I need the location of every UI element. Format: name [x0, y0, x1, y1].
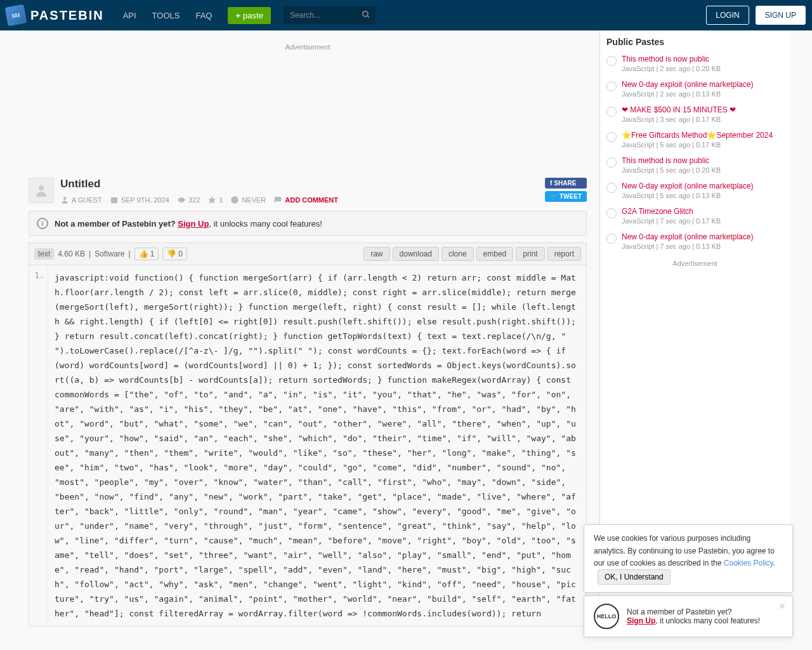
- line-number: 1.: [29, 265, 48, 626]
- public-paste-meta: JavaScript | 2 sec ago | 0.13 KB: [622, 90, 753, 98]
- raw-button[interactable]: raw: [363, 247, 390, 261]
- public-paste-item: ⭐Free Giftcards Method⭐September 2024 Ja…: [606, 131, 783, 149]
- share-button[interactable]: f SHARE: [545, 178, 587, 189]
- nav: API TOOLS FAQ: [123, 11, 213, 20]
- svg-line-1: [367, 16, 369, 18]
- svg-marker-7: [208, 196, 216, 204]
- public-paste-link[interactable]: ❤ MAKE $500 IN 15 MINUTES ❤: [622, 105, 736, 114]
- globe-icon: [606, 234, 617, 244]
- paste-title: Untitled: [60, 178, 539, 190]
- expires: NEVER: [242, 196, 266, 204]
- public-paste-link[interactable]: ⭐Free Giftcards Method⭐September 2024: [622, 131, 773, 140]
- member-suffix: , it unlocks many cool features!: [655, 616, 760, 625]
- paste-header: Untitled A GUEST SEP 9TH, 2024 322: [29, 178, 587, 204]
- language-tag[interactable]: text: [34, 248, 54, 260]
- svg-point-3: [63, 197, 67, 200]
- clone-button[interactable]: clone: [442, 247, 474, 261]
- sidebar-title: Public Pastes: [606, 37, 783, 47]
- rating-meta: 1: [207, 196, 223, 204]
- public-paste-item: ❤ MAKE $500 IN 15 MINUTES ❤ JavaScript |…: [606, 105, 783, 123]
- hello-icon: HELLO: [594, 604, 619, 629]
- comment-icon: [273, 196, 282, 204]
- globe-icon: [606, 56, 617, 66]
- search-icon[interactable]: [362, 10, 370, 21]
- cookie-policy-link[interactable]: Cookies Policy: [724, 559, 773, 567]
- member-signup-link[interactable]: Sign Up: [627, 616, 655, 625]
- public-paste-item: New 0-day exploit (online marketplace) J…: [606, 80, 783, 98]
- logo[interactable]: 101 PASTEBIN: [6, 6, 104, 25]
- star-icon: [207, 196, 216, 204]
- code-toolbar: text 4.60 KB | Software | 👍 1 👎 0 raw do…: [29, 242, 587, 265]
- info-icon: i: [37, 218, 48, 229]
- close-icon[interactable]: ✕: [778, 601, 786, 611]
- public-paste-meta: JavaScript | 5 sec ago | 0.13 KB: [622, 192, 753, 199]
- svg-point-0: [363, 11, 368, 17]
- member-banner: ✕ HELLO Not a member of Pastebin yet? Si…: [584, 595, 793, 633]
- nav-api[interactable]: API: [123, 11, 136, 20]
- public-paste-item: New 0-day exploit (online marketplace) J…: [606, 182, 783, 199]
- print-button[interactable]: print: [516, 247, 544, 261]
- user-icon: [60, 196, 69, 204]
- notice-suffix: , it unlocks many cool features!: [209, 219, 322, 229]
- share-label: SHARE: [554, 180, 576, 187]
- ad-top: Advertisement: [29, 37, 587, 178]
- embed-button[interactable]: embed: [476, 247, 514, 261]
- public-paste-item: G2A Timezone Glitch JavaScript | 7 sec a…: [606, 207, 783, 225]
- thumbs-up-icon: 👍: [139, 249, 148, 258]
- tweet-button[interactable]: 🐦 TWEET: [545, 191, 587, 202]
- downvote-count: 0: [178, 249, 183, 258]
- public-paste-meta: JavaScript | 7 sec ago | 0.13 KB: [622, 242, 753, 250]
- public-paste-meta: JavaScript | 2 sec ago | 0.20 KB: [622, 65, 721, 72]
- globe-icon: [606, 157, 617, 168]
- views: 322: [188, 196, 200, 204]
- public-paste-link[interactable]: New 0-day exploit (online marketplace): [622, 232, 753, 241]
- globe-icon: [606, 183, 617, 193]
- globe-icon: [606, 132, 617, 142]
- public-paste-link[interactable]: This method is now public: [622, 156, 721, 165]
- public-paste-link[interactable]: This method is now public: [622, 55, 721, 63]
- brand-text: PASTEBIN: [30, 8, 104, 23]
- signup-button[interactable]: SIGN UP: [756, 6, 806, 25]
- svg-point-2: [39, 185, 44, 190]
- date-meta: SEP 9TH, 2024: [110, 196, 169, 204]
- code-area: 1. javascript:void function() { function…: [29, 265, 587, 627]
- plus-icon: +: [235, 11, 240, 20]
- public-paste-link[interactable]: G2A Timezone Glitch: [622, 207, 721, 216]
- downvote-button[interactable]: 👎 0: [162, 248, 187, 260]
- cookie-ok-button[interactable]: OK, I Understand: [598, 569, 671, 585]
- calendar-icon: [110, 196, 119, 204]
- report-button[interactable]: report: [547, 247, 581, 261]
- globe-icon: [606, 208, 617, 218]
- comment-link[interactable]: ADD COMMENT: [273, 196, 338, 204]
- avatar[interactable]: [29, 178, 54, 203]
- public-paste-link[interactable]: New 0-day exploit (online marketplace): [622, 182, 753, 190]
- upvote-button[interactable]: 👍 1: [134, 248, 159, 260]
- twitter-icon: 🐦: [550, 193, 558, 200]
- login-button[interactable]: LOGIN: [706, 6, 749, 25]
- notice-prefix: Not a member of Pastebin yet?: [55, 219, 178, 229]
- member-line1: Not a member of Pastebin yet?: [627, 607, 760, 616]
- paste-label: paste: [243, 11, 263, 20]
- author-meta: A GUEST: [60, 196, 102, 204]
- download-button[interactable]: download: [393, 247, 439, 261]
- logo-icon: 101: [5, 4, 27, 27]
- public-paste-item: This method is now public JavaScript | 5…: [606, 156, 783, 174]
- public-paste-link[interactable]: New 0-day exploit (online marketplace): [622, 80, 753, 89]
- date: SEP 9TH, 2024: [121, 196, 169, 204]
- nav-tools[interactable]: TOOLS: [152, 11, 180, 20]
- thumbs-down-icon: 👎: [167, 249, 176, 258]
- facebook-icon: f: [550, 180, 552, 187]
- public-paste-meta: JavaScript | 3 sec ago | 0.17 KB: [622, 116, 736, 123]
- public-paste-item: This method is now public JavaScript | 2…: [606, 55, 783, 72]
- category: Software: [95, 249, 124, 258]
- new-paste-button[interactable]: + paste: [228, 7, 270, 24]
- rating: 1: [219, 196, 223, 204]
- public-paste-meta: JavaScript | 7 sec ago | 0.17 KB: [622, 217, 721, 225]
- views-meta: 322: [177, 196, 200, 204]
- sidebar-ad: Advertisement: [606, 260, 783, 267]
- public-paste-item: New 0-day exploit (online marketplace) J…: [606, 232, 783, 250]
- main-content: Advertisement Untitled A GUEST SEP 9TH, …: [22, 30, 593, 633]
- nav-faq[interactable]: FAQ: [195, 11, 212, 20]
- code-content[interactable]: javascript:void function() { function me…: [48, 265, 586, 626]
- notice-signup-link[interactable]: Sign Up: [178, 219, 209, 229]
